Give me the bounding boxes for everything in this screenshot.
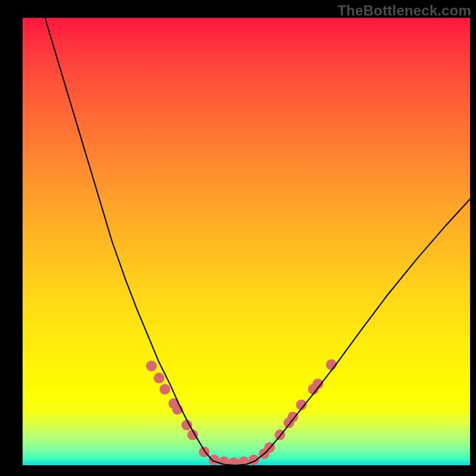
markers-group xyxy=(146,359,337,465)
chart-overlay xyxy=(23,18,470,465)
curve-marker xyxy=(146,361,157,371)
curve-marker xyxy=(159,384,170,394)
curve-marker xyxy=(209,455,220,465)
plot-area xyxy=(23,18,470,465)
bottleneck-curve xyxy=(45,18,470,465)
curve-marker xyxy=(154,372,164,383)
curve-marker xyxy=(287,412,298,422)
chart-frame: TheBottleneck.com xyxy=(0,0,476,476)
attribution-label: TheBottleneck.com xyxy=(337,2,471,19)
curve-marker xyxy=(228,457,239,465)
curve-marker xyxy=(249,455,259,465)
